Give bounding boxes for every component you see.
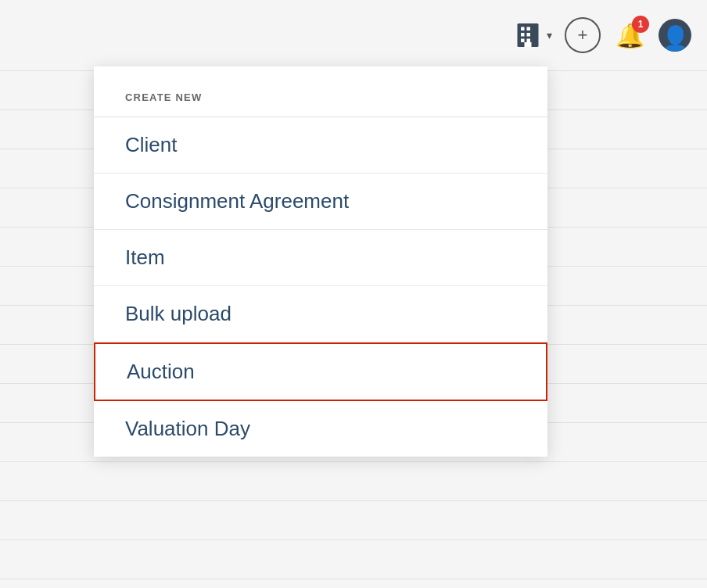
svg-rect-4 xyxy=(527,33,531,37)
svg-rect-5 xyxy=(521,39,525,43)
create-new-dropdown: CREATE NEW Client Consignment Agreement … xyxy=(94,66,547,457)
create-item-item[interactable]: Item xyxy=(94,230,547,286)
svg-rect-1 xyxy=(521,27,525,31)
building-selector[interactable]: ▾ xyxy=(514,21,552,49)
create-client-item[interactable]: Client xyxy=(94,117,547,174)
create-auction-item[interactable]: Auction xyxy=(94,342,547,401)
bg-line-14 xyxy=(0,579,707,579)
add-button[interactable]: + xyxy=(565,17,601,53)
chevron-down-icon: ▾ xyxy=(547,29,552,41)
notification-badge: 1 xyxy=(632,16,649,33)
svg-rect-6 xyxy=(527,39,531,43)
bg-line-13 xyxy=(0,540,707,540)
create-valuation-day-item[interactable]: Valuation Day xyxy=(94,401,547,457)
notification-bell[interactable]: 🔔 1 xyxy=(613,19,646,52)
create-item-label: Item xyxy=(125,246,165,269)
create-bulk-upload-item[interactable]: Bulk upload xyxy=(94,286,547,342)
create-auction-label: Auction xyxy=(127,360,195,383)
plus-icon: + xyxy=(578,27,588,44)
header: ▾ + 🔔 1 👤 xyxy=(0,0,707,70)
create-bulk-upload-label: Bulk upload xyxy=(125,302,231,325)
svg-rect-3 xyxy=(521,33,525,37)
create-valuation-day-label: Valuation Day xyxy=(125,417,250,440)
user-icon: 👤 xyxy=(661,24,690,52)
svg-rect-7 xyxy=(525,42,532,47)
bg-line-12 xyxy=(0,500,707,501)
bg-line-11 xyxy=(0,461,707,462)
user-avatar[interactable]: 👤 xyxy=(659,19,691,52)
create-consignment-label: Consignment Agreement xyxy=(125,189,349,213)
dropdown-header: CREATE NEW xyxy=(94,74,547,117)
dropdown-header-label: CREATE NEW xyxy=(125,91,202,103)
create-client-label: Client xyxy=(125,133,177,156)
building-icon xyxy=(514,21,542,49)
create-consignment-item[interactable]: Consignment Agreement xyxy=(94,174,547,230)
svg-rect-2 xyxy=(527,27,531,31)
